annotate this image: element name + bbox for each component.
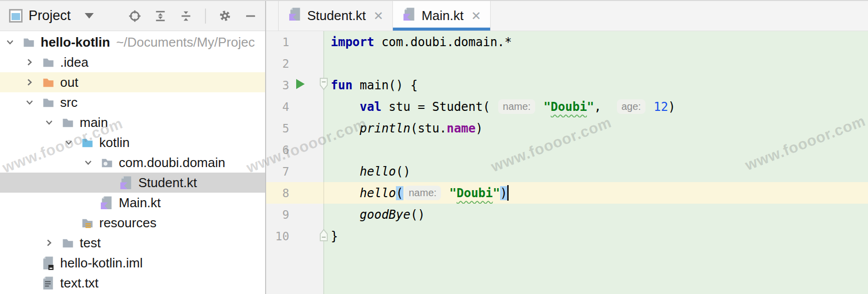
line-number: 2 xyxy=(267,57,289,70)
code-line-8: 8 hello(name: "Doubi") xyxy=(266,182,868,204)
tree-item-label: hello-kotlin xyxy=(41,35,110,50)
tree-item--idea[interactable]: .idea xyxy=(0,52,265,72)
tree-item-label: Main.kt xyxy=(119,195,161,211)
project-view-selector[interactable]: Project xyxy=(9,8,94,24)
kotlin-file-icon xyxy=(403,7,416,25)
code-line-10: 10} xyxy=(266,225,868,247)
kotlin-file-icon xyxy=(289,7,302,25)
parameter-hint: name: xyxy=(498,99,535,114)
code-line-4: 4 val stu = Student( name: "Doubi", age:… xyxy=(266,96,868,117)
chevron-down-icon[interactable] xyxy=(82,157,99,169)
code-empty-area xyxy=(323,247,868,294)
project-tree: hello-kotlin~/Documents/My/Projec.ideaou… xyxy=(0,31,265,294)
tree-item-main-kt[interactable]: Main.kt xyxy=(0,193,265,213)
hide-panel-icon[interactable] xyxy=(244,10,257,23)
tab-label: Student.kt xyxy=(307,8,366,24)
code-line-5: 5 println(stu.name) xyxy=(266,117,868,139)
chevron-down-icon[interactable] xyxy=(63,136,80,149)
parameter-hint: age: xyxy=(617,99,645,114)
line-number: 10 xyxy=(267,230,289,243)
line-number: 9 xyxy=(267,208,289,221)
line-number: 5 xyxy=(267,122,289,135)
tree-item-out[interactable]: out xyxy=(0,72,265,92)
folder-gray-icon xyxy=(41,96,56,109)
folder-orange-icon xyxy=(41,76,56,89)
folder-resources-icon xyxy=(80,216,95,230)
code-line-content: } xyxy=(323,225,868,247)
gutter-cell: 2 xyxy=(266,53,323,74)
settings-gear-icon[interactable] xyxy=(219,10,232,23)
editor-filler xyxy=(266,247,868,294)
gutter-cell: 4 xyxy=(266,96,323,117)
code-line-7: 7 hello() xyxy=(266,161,868,182)
tree-item-label: text.txt xyxy=(60,275,99,291)
code-line-content: hello(name: "Doubi") xyxy=(323,182,868,204)
code-line-9: 9 goodBye() xyxy=(266,204,868,225)
folder-gray-icon xyxy=(21,36,36,49)
code-editor[interactable]: 1import com.doubi.domain.*23fun main() {… xyxy=(266,31,868,294)
expand-all-icon[interactable] xyxy=(154,10,167,23)
collapse-all-icon[interactable] xyxy=(179,10,192,23)
tree-item-com-doubi-domain[interactable]: com.doubi.domain xyxy=(0,153,265,173)
tree-item-label: Student.kt xyxy=(138,175,197,191)
folder-gray-icon xyxy=(60,116,75,129)
close-tab-icon[interactable]: ✕ xyxy=(373,10,383,22)
tree-item-label: .idea xyxy=(60,55,88,70)
code-line-1: 1import com.doubi.domain.* xyxy=(266,31,868,53)
tree-item-test[interactable]: test xyxy=(0,233,265,253)
ide-window: Project xyxy=(0,0,868,294)
chevron-right-icon[interactable] xyxy=(24,56,41,68)
tree-item-label: test xyxy=(80,235,101,251)
tab-label: Main.kt xyxy=(421,8,464,24)
folder-blue-icon xyxy=(80,136,95,150)
chevron-down-icon[interactable] xyxy=(4,36,21,48)
iml-file-icon xyxy=(41,255,56,270)
close-tab-icon[interactable]: ✕ xyxy=(471,10,481,22)
tree-item-label: resources xyxy=(99,215,156,231)
tree-item-hello-kotlin[interactable]: hello-kotlin~/Documents/My/Projec xyxy=(0,32,265,52)
tab-student-kt[interactable]: Student.kt✕ xyxy=(278,1,393,31)
folder-gray-icon xyxy=(41,56,56,69)
tree-item-label: out xyxy=(60,75,78,90)
chevron-right-icon[interactable] xyxy=(43,237,60,249)
parameter-hint: name: xyxy=(404,186,442,200)
line-number: 3 xyxy=(267,79,289,92)
chevron-right-icon[interactable] xyxy=(24,76,41,88)
panel-title[interactable]: Project xyxy=(29,8,71,24)
gutter-cell: 10 xyxy=(266,225,323,247)
tree-item-main[interactable]: main xyxy=(0,112,265,132)
line-number: 4 xyxy=(267,100,289,113)
fold-up-icon[interactable] xyxy=(319,228,329,244)
tree-item-student-kt[interactable]: Student.kt xyxy=(0,173,265,193)
tree-item-kotlin[interactable]: kotlin xyxy=(0,132,265,153)
tree-item-text-txt[interactable]: text.txt xyxy=(0,273,265,293)
code-line-content: goodBye() xyxy=(323,204,868,225)
tab-main-kt[interactable]: Main.kt✕ xyxy=(393,1,491,31)
tree-item-resources[interactable]: resources xyxy=(0,213,265,233)
chevron-down-icon[interactable] xyxy=(43,116,60,128)
code-line-content: import com.doubi.domain.* xyxy=(323,31,868,53)
tree-item-hello-kotlin-iml[interactable]: hello-kotlin.iml xyxy=(0,253,265,273)
panel-toolbar xyxy=(128,9,257,24)
code-line-content xyxy=(323,53,868,74)
run-main-icon[interactable] xyxy=(295,78,306,92)
fold-down-icon[interactable] xyxy=(319,77,329,93)
tree-item-src[interactable]: src xyxy=(0,92,265,112)
tree-item-label: com.doubi.domain xyxy=(119,155,225,171)
tree-item-label: hello-kotlin.iml xyxy=(60,255,143,271)
tree-item-label: main xyxy=(80,115,108,130)
code-line-content: hello() xyxy=(323,161,868,182)
gutter-cell: 1 xyxy=(266,31,323,53)
caret-down-icon[interactable] xyxy=(85,13,94,19)
code-line-2: 2 xyxy=(266,53,868,74)
line-number: 1 xyxy=(267,36,289,49)
package-icon xyxy=(99,156,114,170)
gutter-cell: 8 xyxy=(266,182,323,204)
kotlin-file-icon xyxy=(99,195,114,210)
editor-tabs-bar: Student.kt✕Main.kt✕ xyxy=(266,1,868,31)
gutter-cell: 7 xyxy=(266,161,323,182)
toolwindow-icon xyxy=(9,9,23,23)
code-line-content: println(stu.name) xyxy=(323,117,868,139)
chevron-down-icon[interactable] xyxy=(24,96,41,108)
locate-icon[interactable] xyxy=(128,10,141,23)
